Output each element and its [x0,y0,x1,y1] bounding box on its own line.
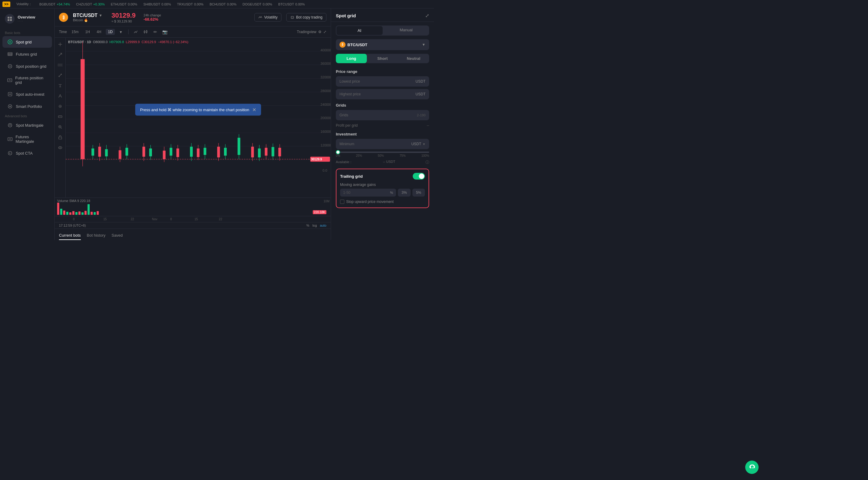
slider-track[interactable] [336,152,429,153]
time-btn-1h[interactable]: 1H [83,29,92,35]
svg-point-6 [8,64,12,68]
camera-icon[interactable]: 📷 [161,28,169,36]
bot-copy-trading-button[interactable]: Bot copy trading [286,13,327,22]
ticker-item-2: ETHUSDT 0.00% [111,2,137,6]
svg-text:360000.0: 360000.0 [320,62,331,65]
volatility-icon [258,15,262,20]
toolbar-divider-1 [128,29,129,34]
highest-price-field[interactable]: Highest price USDT [336,89,429,99]
pen-icon[interactable]: ✏ [152,28,159,36]
zoom-tool[interactable] [56,123,64,131]
time-btn-1d[interactable]: 1D [106,29,115,35]
line-chart-icon[interactable] [132,28,140,36]
slider-label-100: 100% [421,154,429,157]
sidebar-item-futures-position-grid[interactable]: Futures position grid [2,73,52,88]
dropdown-time-icon[interactable]: ▾ [117,28,125,36]
available-info-icon[interactable]: ⓘ [426,160,429,165]
date-label-15-2: 15 [194,218,198,221]
sidebar-item-futures-grid[interactable]: Futures grid [2,48,52,60]
tradingview-expand-icon[interactable]: ⤢ [323,30,327,34]
investment-input[interactable]: Minimum USDT ▼ [336,139,429,149]
change-label: 24h change [144,13,161,17]
arrow-tool[interactable] [56,51,64,59]
candle-chart-icon[interactable] [142,28,149,36]
grids-input[interactable]: Grids 2-190 [336,110,429,120]
eye-tool[interactable] [56,143,64,152]
sidebar-item-futures-martingale[interactable]: Futures Martingale [2,132,52,147]
manual-mode-button[interactable]: Manual [383,26,429,36]
grids-header: Grids [331,101,434,109]
available-row: Available： -- USDT ⓘ [331,159,434,166]
lock-tool[interactable] [56,133,64,141]
percent-icon[interactable]: % [306,224,309,227]
fibonacci-tool[interactable] [56,92,64,100]
svg-rect-84 [251,147,254,157]
svg-point-10 [9,106,11,107]
svg-rect-54 [98,147,101,157]
neutral-button[interactable]: Neutral [398,54,429,63]
sidebar-item-label-spot-grid: Spot grid [16,40,32,44]
short-button[interactable]: Short [367,54,398,63]
volatility-button[interactable]: Volatility [254,13,281,22]
svg-line-19 [59,53,62,56]
time-btn-4h[interactable]: 4H [95,29,103,35]
tradingview-settings-icon[interactable]: ⚙ [318,30,321,34]
auto-button[interactable]: auto [320,224,327,227]
ma-5-badge[interactable]: 5% [412,189,425,197]
sidebar-item-spot-cta[interactable]: Spot CTA [2,147,52,159]
sidebar-item-spot-martingale[interactable]: Spot Martingale [2,119,52,131]
tooltip-close-button[interactable]: ✕ [252,107,256,113]
ticker-item-3: SHIBUSDT 0.00% [144,2,171,6]
ticker-change-1: +0.30% [93,2,105,6]
price-range-header: Price range [331,67,434,75]
pair-dropdown-arrow[interactable]: ▼ [99,13,102,18]
text-tool[interactable] [56,82,64,90]
settings-tool[interactable] [56,102,64,110]
pair-selector[interactable]: ₿ BTC/USDT ▼ [336,39,429,50]
slider-thumb[interactable] [336,150,340,154]
ma-range-input[interactable]: 1-50 % [340,189,396,197]
stop-upward-checkbox[interactable] [340,200,344,204]
sidebar-item-spot-auto-invest[interactable]: Spot auto-invest [2,88,52,100]
svg-point-29 [60,147,61,148]
sidebar-item-spot-position-grid[interactable]: Spot position grid [2,60,52,72]
log-button[interactable]: log [312,224,317,227]
svg-rect-60 [126,148,128,156]
lowest-price-field[interactable]: Lowest price USDT [336,76,429,87]
ticker-change-0: +54.74% [57,2,70,6]
tab-bot-history[interactable]: Bot history [87,231,105,240]
tab-saved[interactable]: Saved [112,231,123,240]
usdt-label: USDT [411,142,421,146]
pair-selector-name: BTC/USDT [347,42,367,47]
trailing-toggle[interactable] [413,173,425,180]
panel-expand-icon[interactable]: ⤢ [425,13,429,19]
long-button[interactable]: Long [336,54,367,63]
overview-item[interactable]: Overview ···· [0,11,54,26]
ohlc-l: L29999.9 [126,40,140,44]
basic-bots-label: Basic bots [0,29,54,36]
overview-title: Overview [18,15,35,20]
ai-mode-button[interactable]: AI [336,26,383,35]
vol-bar [69,212,71,215]
ma-3-badge[interactable]: 3% [398,189,410,197]
sidebar-item-spot-grid[interactable]: Spot grid [2,36,52,48]
nav-arrow[interactable]: >> [2,2,10,7]
measure-tool[interactable] [56,71,64,79]
ticker-change-5: 0.00% [227,2,237,6]
ticker-change-6: 0.00% [262,2,272,6]
profit-label: Profit per grid [336,123,358,128]
smart-portfolio-icon [7,104,13,109]
overview-icon [5,14,14,24]
tab-current-bots[interactable]: Current bots [59,231,81,240]
date-axis: 8 15 22 Nov 8 15 22 [55,216,331,222]
investment-slider[interactable]: 0% 25% 50% 75% 100% [331,150,434,159]
crosshair-tool[interactable] [56,40,64,49]
ruler-tool[interactable] [56,113,64,121]
sidebar-item-smart-portfolio[interactable]: Smart Portfolio [2,101,52,112]
time-btn-15m[interactable]: 15m [69,29,81,35]
time-label: Time [59,30,67,34]
horizontal-line-tool[interactable] [56,61,64,69]
vol-bar [60,209,62,215]
spot-cta-icon [7,150,13,156]
grids-label: Grids [339,113,348,117]
